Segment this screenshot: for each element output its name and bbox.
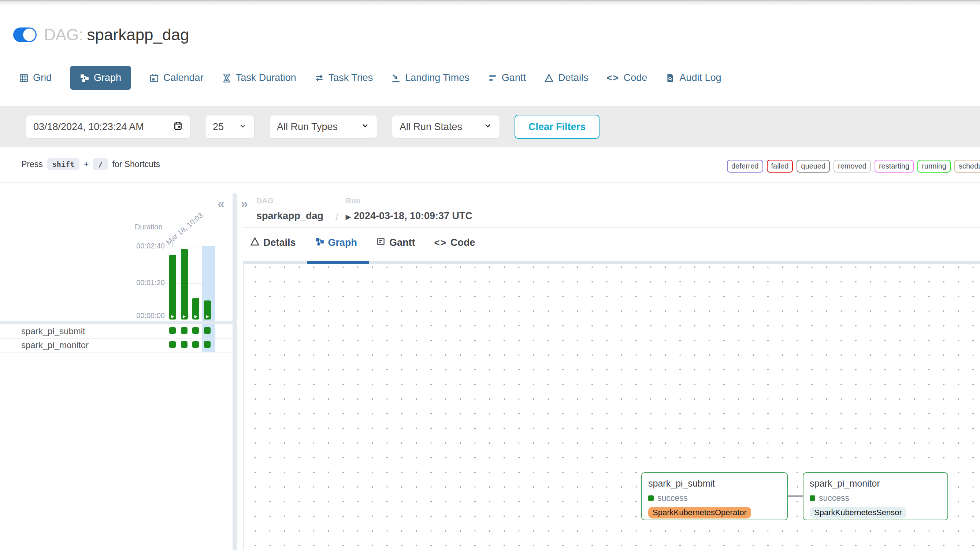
task-row-label[interactable]: spark_pi_monitor <box>21 340 89 350</box>
success-status-icon <box>648 496 654 501</box>
warning-triangle-icon <box>250 237 260 249</box>
duration-bar[interactable]: ▶ <box>192 298 199 319</box>
audit-log-icon <box>665 73 675 83</box>
duration-bar[interactable]: ▶ <box>204 300 211 319</box>
legend-badge-deferred[interactable]: deferred <box>727 160 763 172</box>
legend-badge-scheduled[interactable]: scheduled <box>955 160 980 172</box>
tab-label: Code <box>450 237 475 249</box>
nav-tab-label: Task Tries <box>328 72 373 83</box>
detail-tabs: Details Graph Gantt <> Code <box>250 237 475 249</box>
row-divider <box>0 352 232 352</box>
tab-gantt[interactable]: Gantt <box>376 237 415 249</box>
task-row-label[interactable]: spark_pi_submit <box>21 326 85 336</box>
filter-bar: 03/18/2024, 10:23:24 AM 25 All Run Types… <box>0 106 980 147</box>
duration-bar[interactable]: ▶ <box>181 249 188 319</box>
task-instance-square[interactable] <box>181 341 188 348</box>
nav-tab-gantt[interactable]: Gantt <box>488 72 526 83</box>
task-instance-square[interactable] <box>192 327 199 334</box>
breadcrumb-run-value[interactable]: ▶2024-03-18, 10:09:37 UTC <box>346 210 473 222</box>
warning-triangle-icon <box>544 73 554 83</box>
tab-graph[interactable]: Graph <box>315 237 358 249</box>
nav-tab-landing-times[interactable]: Landing Times <box>391 72 469 83</box>
y-tick: 00:01:20 <box>127 279 165 287</box>
gantt-icon <box>376 237 386 249</box>
section-divider <box>0 182 980 183</box>
page-header: DAG:sparkapp_dag <box>13 26 189 44</box>
nav-tab-task-tries[interactable]: Task Tries <box>315 72 373 83</box>
kbd-shift: shift <box>47 158 80 170</box>
grid-icon <box>19 73 29 83</box>
task-instance-square[interactable] <box>181 327 188 334</box>
legend-badge-failed[interactable]: failed <box>767 160 793 172</box>
shortcuts-text: for Shortcuts <box>113 159 160 169</box>
breadcrumb-dag-name[interactable]: sparkapp_dag <box>256 210 323 222</box>
duration-bar[interactable]: ▶ <box>169 255 176 319</box>
nav-tab-label: Calendar <box>163 72 204 83</box>
node-title: spark_pi_submit <box>648 478 781 489</box>
task-instance-square[interactable] <box>192 341 199 348</box>
nav-tab-graph[interactable]: Graph <box>70 66 131 90</box>
play-icon: ▶ <box>183 313 186 319</box>
nav-tab-label: Code <box>624 72 648 83</box>
airflow-dag-page: DAG:sparkapp_dag Grid Graph Calendar Tas… <box>0 0 980 550</box>
run-types-select[interactable]: All Run Types <box>269 115 377 139</box>
retry-icon <box>315 73 324 83</box>
operator-badge: SparkKubernetesSensor <box>810 507 907 518</box>
legend-badge-restarting[interactable]: restarting <box>875 160 914 172</box>
nav-tab-grid[interactable]: Grid <box>19 72 52 83</box>
task-instance-row <box>169 327 217 334</box>
nav-tab-audit-log[interactable]: Audit Log <box>665 72 721 83</box>
expand-panel-button[interactable]: » <box>241 196 248 211</box>
nav-tab-code[interactable]: <> Code <box>606 72 647 83</box>
shortcuts-hint: Press shift + / for Shortcuts <box>21 158 160 170</box>
dag-pause-toggle[interactable] <box>13 27 37 42</box>
legend-badge-running[interactable]: running <box>917 160 951 172</box>
task-node-spark-pi-monitor[interactable]: spark_pi_monitor success SparkKubernetes… <box>803 472 948 520</box>
nav-tab-label: Graph <box>94 72 121 83</box>
dag-label: DAG: <box>44 26 83 44</box>
node-status: success <box>648 493 781 503</box>
calendar-picker-icon[interactable] <box>173 121 183 133</box>
play-icon: ▶ <box>346 213 351 221</box>
calendar-icon <box>150 73 159 83</box>
top-gradient-strip <box>0 0 980 6</box>
task-instance-square[interactable] <box>169 341 176 348</box>
collapse-panel-button[interactable]: « <box>218 196 224 211</box>
tab-code[interactable]: <> Code <box>434 237 475 249</box>
run-states-select[interactable]: All Run States <box>392 115 500 139</box>
node-title: spark_pi_monitor <box>810 478 941 489</box>
play-icon: ▶ <box>171 313 174 319</box>
success-status-icon <box>810 496 815 501</box>
task-instance-square[interactable] <box>169 327 176 334</box>
kbd-slash: / <box>93 158 108 170</box>
duration-axis-title: Duration <box>135 223 162 231</box>
toggle-knob <box>23 29 35 41</box>
panel-resizer[interactable] <box>232 193 237 550</box>
breadcrumb-divider <box>243 227 980 228</box>
page-size-value: 25 <box>213 121 224 132</box>
nav-tab-task-duration[interactable]: Task Duration <box>222 72 296 83</box>
shortcuts-text: Press <box>21 159 43 169</box>
tab-label: Gantt <box>389 237 415 249</box>
task-instance-square[interactable] <box>204 341 211 348</box>
nav-tab-calendar[interactable]: Calendar <box>150 72 204 83</box>
task-node-spark-pi-submit[interactable]: spark_pi_submit success SparkKubernetesO… <box>641 472 788 520</box>
tab-details[interactable]: Details <box>250 237 296 249</box>
grid-header-divider <box>0 321 232 324</box>
legend-badge-queued[interactable]: queued <box>797 160 830 172</box>
graph-icon <box>315 237 325 249</box>
page-size-select[interactable]: 25 <box>205 115 255 139</box>
page-title: DAG:sparkapp_dag <box>44 26 189 44</box>
clear-filters-button[interactable]: Clear Filters <box>514 115 600 139</box>
node-status: success <box>810 493 941 503</box>
chevron-down-icon <box>484 121 492 132</box>
nav-tab-label: Task Duration <box>236 72 296 83</box>
operator-badge: SparkKubernetesOperator <box>648 507 751 518</box>
nav-tab-details[interactable]: Details <box>544 72 589 83</box>
task-instance-square[interactable] <box>204 327 211 334</box>
hourglass-icon <box>222 73 231 83</box>
date-filter-input[interactable]: 03/18/2024, 10:23:24 AM <box>25 115 191 139</box>
status-label: success <box>819 493 849 503</box>
legend-badge-removed[interactable]: removed <box>834 160 871 172</box>
run-timestamp: 2024-03-18, 10:09:37 UTC <box>354 210 473 221</box>
